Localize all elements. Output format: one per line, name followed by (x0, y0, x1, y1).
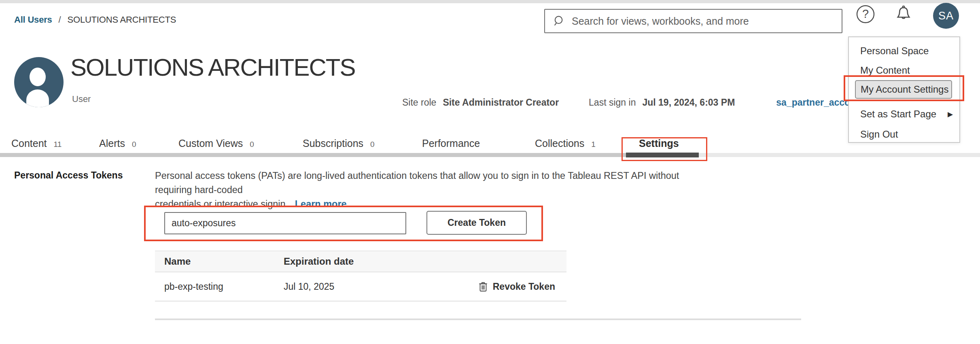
column-header-expiration: Expiration date (284, 256, 354, 267)
revoke-token-label: Revoke Token (493, 281, 555, 292)
profile-meta-row: Site role Site Administrator Creator Las… (402, 97, 856, 108)
tab-subscriptions[interactable]: Subscriptions0 (303, 138, 375, 153)
menu-item-personal-space[interactable]: Personal Space (849, 42, 959, 60)
user-avatar-button[interactable]: SA (933, 3, 959, 29)
tab-collections-count: 1 (591, 140, 596, 149)
search-box[interactable] (544, 9, 842, 33)
last-signin-value: Jul 19, 2024, 6:03 PM (642, 97, 735, 108)
breadcrumb: All Users / SOLUTIONS ARCHITECTS (14, 15, 176, 25)
tab-settings[interactable]: Settings (639, 138, 679, 153)
account-username-link[interactable]: sa_partner_accou (776, 97, 856, 108)
tab-alerts-count: 0 (132, 140, 136, 149)
account-menu: Personal Space My Content My Account Set… (848, 36, 960, 143)
menu-item-sign-out[interactable]: Sign Out (849, 125, 959, 143)
person-icon (14, 57, 64, 107)
token-expiration-cell: Jul 10, 2025 (284, 281, 334, 292)
menu-item-set-as-start-page[interactable]: Set as Start Page ▶ (849, 105, 959, 123)
last-signin-label: Last sign in (589, 97, 636, 108)
token-name-input[interactable] (164, 212, 406, 234)
notifications-button[interactable] (893, 4, 914, 24)
breadcrumb-separator: / (59, 15, 61, 25)
search-input[interactable] (566, 10, 842, 32)
search-icon (552, 14, 566, 28)
revoke-token-button[interactable]: Revoke Token (478, 281, 555, 292)
bell-icon (893, 4, 914, 24)
tab-alerts[interactable]: Alerts0 (99, 138, 136, 153)
tab-content-count: 11 (54, 140, 62, 149)
pat-description-line1: Personal access tokens (PATs) are long-l… (155, 169, 693, 197)
pat-section-heading: Personal Access Tokens (14, 170, 123, 181)
submenu-arrow-icon: ▶ (948, 110, 953, 119)
site-role-label: Site role (402, 97, 436, 108)
tab-performance[interactable]: Performance (422, 138, 480, 153)
tab-custom-views[interactable]: Custom Views0 (178, 138, 254, 153)
trash-icon (478, 281, 488, 292)
pat-description: Personal access tokens (PATs) are long-l… (155, 169, 693, 211)
profile-type-label: User (72, 94, 91, 104)
tab-custom-views-count: 0 (250, 140, 254, 149)
table-row: pb-exp-testing Jul 10, 2025 Revoke Token (155, 272, 566, 302)
create-token-button[interactable]: Create Token (426, 211, 527, 235)
tabbar-active-underline (626, 153, 699, 157)
page-title: SOLUTIONS ARCHITECTS (70, 53, 355, 81)
tab-subscriptions-count: 0 (370, 140, 375, 149)
pat-description-line2: credentials or interactive signin. (155, 199, 288, 209)
section-divider (155, 319, 801, 320)
help-button[interactable]: ? (855, 4, 876, 24)
tab-content[interactable]: Content11 (11, 138, 62, 153)
help-icon: ? (855, 4, 876, 24)
pat-table-header: Name Expiration date (155, 251, 566, 272)
tabbar-underline (0, 153, 626, 157)
pat-table: Name Expiration date pb-exp-testing Jul … (155, 251, 566, 302)
breadcrumb-all-users-link[interactable]: All Users (14, 15, 52, 25)
top-window-strip (0, 0, 980, 3)
page: All Users / SOLUTIONS ARCHITECTS ? SA Pe… (0, 0, 980, 344)
menu-item-my-content[interactable]: My Content (849, 62, 959, 79)
breadcrumb-current-user: SOLUTIONS ARCHITECTS (68, 15, 176, 25)
site-role-value: Site Administrator Creator (443, 97, 559, 108)
svg-text:?: ? (862, 7, 869, 20)
tab-collections[interactable]: Collections1 (535, 138, 596, 153)
token-name-cell: pb-exp-testing (164, 281, 223, 292)
tabbar-underline-right (699, 153, 980, 157)
profile-avatar (14, 57, 64, 107)
learn-more-link[interactable]: Learn more (295, 199, 347, 209)
column-header-name: Name (164, 256, 191, 267)
menu-item-my-account-settings[interactable]: My Account Settings (855, 80, 952, 99)
